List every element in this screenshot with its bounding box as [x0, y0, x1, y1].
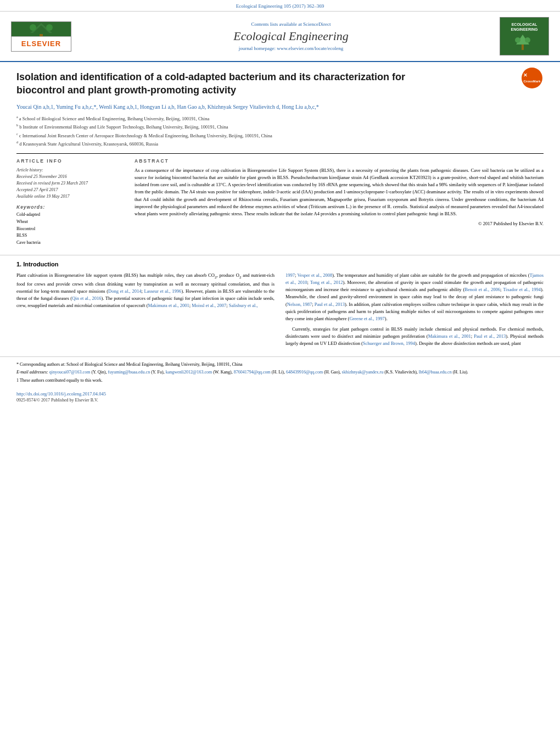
ref-paul2013b[interactable]: Paul et al., 2013 [474, 333, 506, 339]
homepage-line: journal homepage: www.elsevier.com/locat… [93, 46, 489, 51]
received-date: Received 25 November 2016 [16, 174, 124, 180]
intro-right-para-2: Currently, strategies for plant pathogen… [285, 326, 544, 348]
journal-logo-icon [513, 34, 535, 51]
journal-citation: Ecological Engineering 105 (2017) 362–36… [236, 3, 324, 9]
intro-left-para: Plant cultivation in Bioregenerative lif… [16, 272, 275, 309]
history-label: Article history: [16, 167, 124, 174]
affiliation-c: c c International Joint Research Center … [16, 132, 544, 140]
contents-available-line: Contents lists available at ScienceDirec… [93, 21, 489, 27]
elsevier-text-label: ELSEVIER [21, 40, 61, 48]
doi-url[interactable]: http://dx.doi.org/10.1016/j.ecoleng.2017… [16, 391, 106, 397]
ref-paul2013[interactable]: Paul et al., 2013 [315, 302, 345, 307]
authors-line: Youcai Qin a,b,1, Yuming Fu a,b,c,*, Wen… [16, 103, 544, 111]
abstract-section: ABSTRACT As a consequence of the importa… [135, 158, 544, 247]
email-2[interactable]: fuyuming@buaa.edu.cn [108, 370, 150, 375]
ref-1997[interactable]: 1997 [285, 272, 295, 278]
keywords-list: Cold-adapted Wheat Biocontrol BLSS Cave … [16, 211, 124, 247]
affiliations: a a School of Biological Science and Med… [16, 115, 544, 148]
svg-rect-5 [522, 44, 524, 50]
ref-dong2014[interactable]: Dong et al., 2014 [108, 288, 141, 294]
info-divider [16, 153, 544, 154]
ref-salisbury[interactable]: Salisbury et al., [229, 303, 258, 308]
introduction-heading: 1. Introduction [16, 261, 544, 267]
elsevier-logo: ELSEVIER [11, 21, 82, 52]
svg-point-7 [515, 37, 520, 43]
intro-right-column: 1997; Vesper et al., 2008). The temperat… [285, 272, 544, 351]
ref-lasseur1996[interactable]: Lasseur et al., 1996 [144, 288, 181, 294]
article-title: Isolation and identification of a cold-a… [16, 70, 412, 97]
keywords-title: Keywords: [16, 204, 124, 210]
intro-right-para-1: 1997; Vesper et al., 2008). The temperat… [285, 272, 544, 322]
article-info-panel: ARTICLE INFO Article history: Received 2… [16, 158, 124, 247]
article-body: Isolation and identification of a cold-a… [0, 62, 560, 255]
introduction-columns: Plant cultivation in Bioregenerative lif… [16, 272, 544, 351]
ref-tong2012[interactable]: Tong et al., 2012 [310, 280, 343, 285]
copyright-line: © 2017 Published by Elsevier B.V. [135, 221, 544, 226]
revised-date: Received in revised form 23 March 2017 [16, 180, 124, 187]
ref-makimura2001b[interactable]: Makimura et al., 2001 [428, 333, 471, 339]
journal-title: Ecological Engineering [93, 29, 489, 43]
email-addresses: E-mail addresses: qinyoucai07@163.com (Y… [16, 369, 544, 376]
abstract-text: As a consequence of the importance of cr… [135, 167, 544, 217]
svg-point-4 [46, 24, 53, 31]
corresponding-note: * Corresponding authors at: School of Bi… [16, 361, 544, 369]
keyword-1: Cold-adapted [16, 211, 124, 219]
journal-citation-bar: Ecological Engineering 105 (2017) 362–36… [0, 0, 560, 12]
ref-qin2016[interactable]: Qin et al., 2016 [72, 295, 101, 301]
crossmark-badge[interactable]: ✕CrossMark [522, 68, 544, 90]
elsevier-image: ELSEVIER [11, 21, 71, 52]
article-history: Article history: Received 25 November 20… [16, 167, 124, 200]
ref-makimura2001[interactable]: Makimura et al., 2001 [148, 303, 189, 308]
journal-header: ELSEVIER Contents lists available at Sci… [0, 12, 560, 62]
accepted-date: Accepted 27 April 2017 [16, 187, 124, 193]
journal-logo-text: ECOLOGICALENGINEERING [511, 22, 537, 32]
elsevier-tree-icon [22, 22, 60, 36]
ref-tixador1994[interactable]: Tixador et al., 1994 [503, 287, 541, 292]
email-6[interactable]: skhizhnyak@yandex.ru [342, 370, 384, 375]
keyword-5: Cave bacteria [16, 239, 124, 247]
abstract-title: ABSTRACT [135, 158, 544, 164]
keyword-3: Biocontrol [16, 226, 124, 233]
journal-center: Contents lists available at ScienceDirec… [82, 21, 500, 51]
journal-logo-right: ECOLOGICALENGINEERING [500, 17, 549, 55]
main-content: 1. Introduction Plant cultivation in Bio… [0, 255, 560, 356]
email-7[interactable]: lh64@buaa.edu.cn [419, 370, 452, 375]
crossmark-icon: ✕CrossMark [522, 68, 542, 88]
ref-vesper2008[interactable]: Vesper et al., 2008 [298, 272, 333, 278]
email-5[interactable]: 648439916@qq.com [286, 370, 323, 375]
article-info-abstract: ARTICLE INFO Article history: Received 2… [16, 158, 544, 247]
email-4[interactable]: 876041794@qq.com [234, 370, 271, 375]
page: Ecological Engineering 105 (2017) 362–36… [0, 0, 560, 407]
online-date: Available online 19 May 2017 [16, 193, 124, 200]
ref-benoit2006[interactable]: Benoit et al., 2006 [464, 287, 500, 292]
email-3[interactable]: kangwenli2012@163.com [166, 370, 212, 375]
keywords-section: Keywords: Cold-adapted Wheat Biocontrol … [16, 204, 124, 247]
email-1[interactable]: qinyoucai07@163.com [49, 370, 91, 375]
journal-logo-svg [513, 34, 535, 50]
ref-schuerger1994[interactable]: Schuerger and Brown, 1994 [363, 341, 415, 346]
ref-moissl2007[interactable]: Moissl et al., 2007 [192, 303, 226, 308]
svg-point-3 [30, 24, 36, 31]
article-info-title: ARTICLE INFO [16, 158, 124, 164]
equal-contribution-note: 1 These authors contributed equally to t… [16, 377, 544, 384]
affiliation-a: a a School of Biological Science and Med… [16, 115, 544, 122]
affiliation-d: d d Krasnoyarsk State Agricultural Unive… [16, 140, 544, 148]
homepage-link[interactable]: www.elsevier.com/locate/ecoleng [277, 46, 343, 51]
intro-left-column: Plant cultivation in Bioregenerative lif… [16, 272, 275, 351]
ref-nelson1987[interactable]: Nelson, 1987 [287, 302, 312, 307]
ref-greene1997[interactable]: Greene et al., 1997 [349, 316, 384, 321]
sciencedirect-link[interactable]: ScienceDirect [303, 21, 331, 27]
affiliation-b: b b Institute of Environmental Biology a… [16, 123, 544, 131]
keyword-4: BLSS [16, 232, 124, 239]
keyword-2: Wheat [16, 219, 124, 226]
footnotes-section: * Corresponding authors at: School of Bi… [0, 356, 560, 388]
doi-line: http://dx.doi.org/10.1016/j.ecoleng.2017… [0, 388, 560, 398]
svg-point-8 [525, 37, 530, 43]
issn-line: 0925-8574/© 2017 Published by Elsevier B… [0, 398, 560, 407]
